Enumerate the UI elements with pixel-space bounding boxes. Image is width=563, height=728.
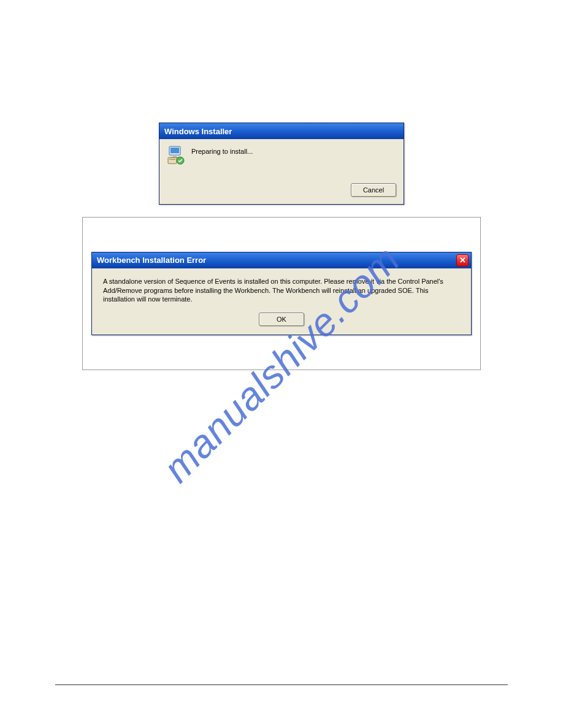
windows-installer-dialog: Windows Installer Preparing to (159, 123, 404, 205)
svg-rect-1 (170, 148, 179, 153)
screenshot-frame: Workbench Installation Error ✕ A standal… (82, 217, 481, 370)
button-row: Cancel (167, 183, 396, 197)
cancel-button[interactable]: Cancel (351, 183, 396, 197)
ok-button[interactable]: OK (259, 313, 304, 326)
error-body: A standalone version of Sequence of Even… (92, 268, 471, 335)
close-icon[interactable]: ✕ (456, 254, 469, 267)
svg-rect-2 (173, 155, 177, 157)
svg-rect-4 (168, 157, 177, 164)
dialog-titlebar: Windows Installer (159, 123, 404, 139)
install-message: Preparing to install... (191, 145, 253, 155)
error-title: Workbench Installation Error (97, 256, 206, 265)
dialog-title: Windows Installer (164, 127, 232, 136)
error-titlebar: Workbench Installation Error ✕ (92, 252, 471, 268)
error-message: A standalone version of Sequence of Even… (103, 277, 460, 305)
footer-rule (55, 684, 508, 685)
dialog-body: Preparing to install... Cancel (159, 139, 404, 204)
svg-rect-5 (169, 159, 175, 160)
install-message-row: Preparing to install... (167, 145, 396, 165)
document-page: manualshive.com Windows Installer (0, 0, 563, 728)
installer-icon (167, 145, 186, 165)
ok-button-row: OK (103, 313, 460, 326)
error-dialog: Workbench Installation Error ✕ A standal… (91, 252, 472, 336)
